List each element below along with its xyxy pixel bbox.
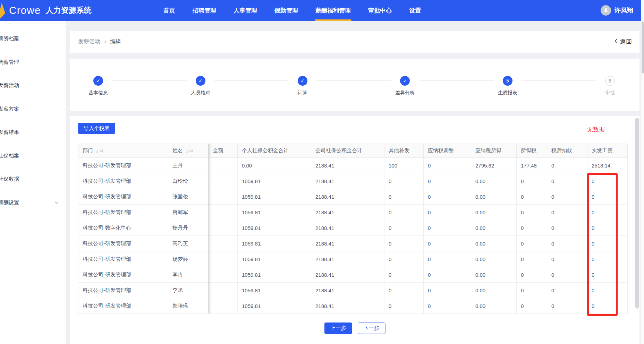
column-header-after-tax-deduction[interactable]: 税后扣款 bbox=[547, 144, 587, 158]
page-scrollbar[interactable] bbox=[641, 0, 644, 344]
table-row: 科技公司-研发管理部李冉1059.812188.41000.00000 bbox=[78, 267, 628, 283]
table-cell-other-supplement: 0 bbox=[384, 189, 424, 205]
step-circle-basic-info[interactable]: ✓ bbox=[93, 76, 103, 86]
table-cell-taxable-income: 0.00 bbox=[471, 283, 517, 298]
column-header-taxable-income[interactable]: 应纳税所得 bbox=[471, 144, 517, 158]
column-label: 部门 bbox=[83, 147, 93, 153]
column-label: 个人社保公积金合计 bbox=[242, 147, 289, 153]
back-label: 返回 bbox=[620, 38, 632, 46]
step-label-calculation: 计算 bbox=[298, 90, 307, 96]
next-step-button[interactable]: 下一步 bbox=[358, 322, 385, 334]
table-cell-department: 科技公司-研发管理部 bbox=[78, 251, 168, 267]
table-cell-amount bbox=[209, 236, 238, 251]
column-header-other-supplement[interactable]: 其他补发 bbox=[384, 144, 424, 158]
page-scrollbar-thumb[interactable] bbox=[642, 22, 644, 74]
payroll-edit-page: { "colors": { "primary": "#2b5af0", "acc… bbox=[0, 0, 644, 344]
table-cell-tax-adjustment: 0 bbox=[424, 158, 471, 173]
column-header-department[interactable]: 部门↓↑ bbox=[78, 144, 168, 158]
sidebar-item-salary-adjustment[interactable]: 调薪管理 bbox=[0, 51, 66, 74]
column-label: 实发工资 bbox=[592, 147, 612, 153]
table-cell-after-tax-deduction: 0 bbox=[547, 189, 587, 205]
column-header-personal-insurance-total[interactable]: 个人社保公积金合计 bbox=[238, 144, 311, 158]
step-connector bbox=[316, 80, 391, 81]
step-circle-personnel-check[interactable]: ✓ bbox=[196, 76, 205, 86]
table-cell-net-salary: 0 bbox=[587, 251, 628, 267]
table-cell-company-insurance-total: 2188.41 bbox=[311, 298, 384, 314]
table-cell-name: 李旭 bbox=[168, 283, 209, 298]
column-label: 公司社保公积金合计 bbox=[315, 147, 362, 153]
previous-step-button[interactable]: 上一步 bbox=[324, 322, 352, 334]
table-cell-amount bbox=[209, 205, 238, 220]
table-cell-name: 王丹 bbox=[168, 158, 209, 173]
search-icon[interactable] bbox=[99, 148, 104, 154]
sidebar-item-label: 发薪结果 bbox=[0, 129, 19, 136]
column-label: 所得税 bbox=[521, 147, 536, 153]
sidebar-item-payroll-plan[interactable]: 发薪方案 bbox=[0, 97, 66, 121]
nav-item-personnel[interactable]: 人事管理 bbox=[234, 0, 257, 21]
step-label-difference-analysis: 差异分析 bbox=[395, 90, 415, 96]
nav-item-home[interactable]: 首页 bbox=[163, 0, 175, 21]
table-cell-company-insurance-total: 2188.41 bbox=[311, 251, 384, 267]
column-header-amount[interactable]: 金额 bbox=[209, 144, 238, 158]
sort-icon[interactable]: ↓↑ bbox=[185, 148, 188, 154]
table-cell-department: 科技公司-数字化中心 bbox=[78, 220, 168, 236]
table-row: 科技公司-研发管理部王丹0.002188.4110002795.62177.48… bbox=[78, 158, 628, 173]
table-cell-company-insurance-total: 2188.41 bbox=[311, 236, 384, 251]
sort-icon[interactable]: ↓↑ bbox=[95, 148, 98, 154]
sidebar-item-salary-archive[interactable]: 薪资档案 bbox=[0, 27, 66, 51]
table-cell-after-tax-deduction: 0 bbox=[547, 236, 587, 251]
column-header-name[interactable]: 姓名↓↑ bbox=[168, 144, 209, 158]
nav-item-recruitment[interactable]: 招聘管理 bbox=[193, 0, 216, 21]
table-row: 科技公司-研发管理部高巧英1059.812188.41000.00000 bbox=[78, 236, 628, 251]
nav-item-payroll-benefits[interactable]: 薪酬福利管理 bbox=[315, 0, 351, 21]
table-cell-income-tax: 0 bbox=[517, 298, 547, 314]
table-cell-name: 李冉 bbox=[168, 267, 209, 283]
step-connector bbox=[419, 80, 494, 81]
breadcrumb-parent[interactable]: 发薪活动 bbox=[78, 38, 100, 45]
column-header-tax-adjustment[interactable]: 应纳税调整 bbox=[424, 144, 471, 158]
sidebar-item-salary-settings[interactable]: 薪酬设置 bbox=[0, 191, 66, 215]
table-cell-income-tax: 0 bbox=[517, 283, 547, 298]
table-cell-net-salary: 2518.14 bbox=[587, 158, 628, 173]
step-connector bbox=[112, 80, 187, 81]
table-cell-taxable-income: 0.00 bbox=[471, 267, 517, 283]
step-circle-calculation[interactable]: ✓ bbox=[298, 76, 307, 86]
table-cell-after-tax-deduction: 0 bbox=[547, 220, 587, 236]
user-menu[interactable]: 许凤翔 bbox=[601, 0, 633, 21]
wizard-footer: 上一步 下一步 bbox=[70, 322, 639, 334]
step-circle-report-generation[interactable]: 5 bbox=[503, 76, 512, 86]
import-tax-table-button[interactable]: 导入个税表 bbox=[78, 123, 115, 134]
step-circle-difference-analysis[interactable]: ✓ bbox=[400, 76, 410, 86]
table-cell-net-salary: 0 bbox=[587, 267, 628, 283]
sidebar-item-social-security-data[interactable]: 社保数据 bbox=[0, 167, 66, 191]
column-header-company-insurance-total[interactable]: 公司社保公积金合计 bbox=[311, 144, 384, 158]
sidebar-item-label: 调薪管理 bbox=[0, 59, 19, 66]
column-header-income-tax[interactable]: 所得税 bbox=[517, 144, 547, 158]
table-row: 科技公司-研发管理部张国俊1059.812188.41000.00000 bbox=[78, 189, 628, 205]
nav-item-approval-center[interactable]: 审批中心 bbox=[368, 0, 392, 21]
column-label: 税后扣款 bbox=[551, 147, 572, 153]
table-cell-company-insurance-total: 2188.41 bbox=[311, 158, 384, 173]
table-cell-department: 科技公司-研发管理部 bbox=[78, 205, 168, 220]
sidebar-item-label: 薪资档案 bbox=[0, 35, 19, 42]
table-scrollbar-thumb[interactable] bbox=[635, 118, 639, 309]
table-cell-personal-insurance-total: 1059.81 bbox=[238, 283, 311, 298]
table-row: 科技公司-研发管理部李旭1059.812188.41000.00000 bbox=[78, 283, 628, 298]
back-button[interactable]: 返回 bbox=[614, 38, 632, 46]
table-cell-net-salary: 0 bbox=[587, 205, 628, 220]
table-cell-taxable-income: 0.00 bbox=[471, 220, 517, 236]
table-cell-name: 唐郦军 bbox=[168, 205, 209, 220]
sidebar-item-payroll-result[interactable]: 发薪结果 bbox=[0, 121, 66, 144]
sidebar-item-payroll-activity[interactable]: 发薪活动 bbox=[0, 74, 66, 97]
column-header-net-salary[interactable]: 实发工资 bbox=[587, 144, 628, 158]
step-circle-approval[interactable]: 6 bbox=[605, 76, 615, 86]
search-icon[interactable] bbox=[189, 148, 194, 154]
nav-item-attendance[interactable]: 假勤管理 bbox=[274, 0, 298, 21]
table-cell-personal-insurance-total: 1059.81 bbox=[238, 173, 311, 189]
nav-item-settings[interactable]: 设置 bbox=[409, 0, 421, 21]
table-cell-other-supplement: 0 bbox=[384, 173, 424, 189]
table-cell-name: 张国俊 bbox=[168, 189, 209, 205]
table-row: 科技公司-研发管理部郑培瑶1059.812188.41000.00000 bbox=[78, 298, 628, 314]
sidebar-item-social-security-archive[interactable]: 社保档案 bbox=[0, 144, 66, 168]
table-cell-company-insurance-total: 2188.41 bbox=[311, 220, 384, 236]
